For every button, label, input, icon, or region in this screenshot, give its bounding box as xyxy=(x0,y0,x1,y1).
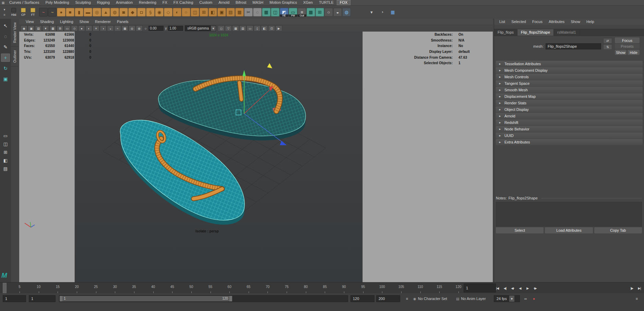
extrude-icon[interactable]: ▣ xyxy=(217,8,226,16)
multisample-icon[interactable]: ▩ xyxy=(121,25,128,31)
menu-fx[interactable]: FX xyxy=(159,0,170,5)
ae-menu-selected[interactable]: Selected xyxy=(508,19,529,25)
bookmarks-icon[interactable]: ▼ xyxy=(42,25,49,31)
target-weld-icon[interactable]: ◌ xyxy=(253,8,262,16)
image-plane-icon[interactable]: ▦ xyxy=(49,25,56,31)
panel-tab-render-view[interactable]: Render View xyxy=(11,19,19,47)
shadows-icon[interactable]: ◑ xyxy=(100,25,107,31)
section-mesh-component-display[interactable]: ►Mesh Component Display xyxy=(496,67,643,73)
playback-start-field[interactable] xyxy=(29,295,56,302)
current-time-field[interactable] xyxy=(464,284,496,292)
quad-draw-icon[interactable]: ▦ xyxy=(262,8,271,16)
menu-poly-modeling[interactable]: Poly Modeling xyxy=(42,0,72,5)
resolution-gate-icon[interactable]: ▯ xyxy=(254,25,261,31)
bevel-icon[interactable]: ▤ xyxy=(226,8,235,16)
playback-end-field[interactable] xyxy=(350,295,374,302)
section-uuid[interactable]: ►UUID xyxy=(496,133,643,139)
section-tessellation-attributes[interactable]: ►Tessellation Attributes xyxy=(496,61,643,67)
range-start-handle[interactable] xyxy=(60,296,62,301)
poly-cone-icon[interactable]: ▲ xyxy=(102,8,110,16)
dof-icon[interactable]: ◎ xyxy=(129,25,135,31)
wireframe-icon[interactable]: ◇ xyxy=(71,25,78,31)
range-end-handle[interactable] xyxy=(229,296,232,301)
poly-pipe-icon[interactable]: ◘ xyxy=(137,8,146,16)
play-backwards-button[interactable]: ◀ xyxy=(517,285,523,291)
focus-button[interactable]: Focus xyxy=(615,37,640,43)
menu-xgen[interactable]: XGen xyxy=(300,0,316,5)
viewport-menu-shading[interactable]: Shading xyxy=(37,19,57,25)
xray-icon[interactable]: ◻ xyxy=(218,25,225,31)
viewport-menu-show[interactable]: Show xyxy=(76,19,92,25)
camera-attributes-icon[interactable]: ▤ xyxy=(35,25,42,31)
nurbs-circle-icon[interactable]: ○ xyxy=(324,8,333,16)
current-frame-marker[interactable] xyxy=(3,283,7,293)
presets-button[interactable]: Presets xyxy=(615,44,640,49)
menu-mash[interactable]: MASH xyxy=(249,0,266,5)
section-displacement-map[interactable]: ►Displacement Map xyxy=(496,93,643,100)
copy-tab-button[interactable]: Copy Tab xyxy=(594,227,642,233)
ae-tab-flip-flops2shape[interactable]: Flip_flops2Shape xyxy=(517,29,554,36)
step-forward-key-button[interactable]: •▶ xyxy=(532,285,538,291)
menu-rigging[interactable]: Rigging xyxy=(94,0,113,5)
mirror-geometry-icon[interactable]: ◫ xyxy=(271,8,279,16)
paint-select-tool[interactable]: ✎ xyxy=(1,43,10,51)
hide-button[interactable]: Hide xyxy=(628,50,640,55)
motion-blur-icon[interactable]: ≈ xyxy=(114,25,121,31)
load-attributes-button[interactable]: Load Attributes xyxy=(545,227,593,233)
four-pane-layout-button[interactable]: ⊞ xyxy=(1,149,10,156)
rotate-tool[interactable]: ↻ xyxy=(1,64,10,72)
section-node-behavior[interactable]: ►Node Behavior xyxy=(496,126,643,132)
menu-grip-icon[interactable]: ▦ xyxy=(0,1,6,4)
separate-icon[interactable]: ◧ xyxy=(208,8,217,16)
time-slider[interactable]: 5101520253035404550556065707580859095100… xyxy=(0,282,644,293)
scale-tool[interactable]: ▣ xyxy=(1,75,10,83)
backface-culling-icon[interactable]: ▽ xyxy=(225,25,232,31)
pan-zoom-icon[interactable]: ⊞ xyxy=(57,25,63,31)
panel-tab-outliner[interactable]: Outliner xyxy=(11,47,19,67)
viewport-menu-view[interactable]: View xyxy=(23,19,37,25)
shelf-tab-ft[interactable]: FT xyxy=(29,8,37,16)
plane-projection-icon[interactable]: ▭PM xyxy=(289,8,297,16)
menu-fox[interactable]: FOX xyxy=(337,0,351,5)
sculpt-tool-icon[interactable]: ◐ xyxy=(173,8,181,16)
playback-range-inner[interactable]: 1 120 xyxy=(60,296,232,301)
viewport-menu-renderer[interactable]: Renderer xyxy=(92,19,114,25)
shelf-tab-hist[interactable]: Hist xyxy=(10,8,18,16)
shelf-overflow-icon[interactable]: ▾ xyxy=(367,8,376,16)
timeline-ticks[interactable]: 5101520253035404550556065707580859095100… xyxy=(0,283,461,293)
boolean-union-icon[interactable]: ◫ xyxy=(191,8,199,16)
bridge-icon[interactable]: ▦ xyxy=(235,8,244,16)
playback-options-icon[interactable]: ≡ xyxy=(404,296,410,301)
animation-preferences-icon[interactable]: ≡ xyxy=(634,296,640,301)
menu-bifrost[interactable]: Bifrost xyxy=(232,0,249,5)
single-pane-layout-button[interactable]: ▭ xyxy=(1,132,10,139)
mesh-name-field[interactable] xyxy=(546,43,601,49)
ae-menu-attributes[interactable]: Attributes xyxy=(546,19,568,25)
select-button[interactable]: Select xyxy=(496,227,544,233)
play-forwards-button[interactable]: ▶ xyxy=(524,285,531,291)
menu-fx-caching[interactable]: FX Caching xyxy=(170,0,196,5)
hypershade-persp-layout-button[interactable]: ▤ xyxy=(1,165,10,172)
ae-tab-rsmaterial1[interactable]: rsMaterial1 xyxy=(554,29,580,36)
section-extra-attributes[interactable]: ►Extra Attributes xyxy=(496,139,643,145)
anim-layer-menu[interactable]: ▤ No Anim Layer xyxy=(456,296,486,301)
two-pane-layout-button[interactable]: ◫ xyxy=(1,140,10,147)
section-redshift[interactable]: ►Redshift xyxy=(496,119,643,126)
playback-range-slider[interactable]: 1 120 xyxy=(59,295,348,302)
occlusion-icon[interactable]: ◒ xyxy=(107,25,114,31)
fps-select[interactable]: 24 fps ▾ xyxy=(494,295,520,302)
multi-cut-icon[interactable]: ✂ xyxy=(244,8,253,16)
textured-icon[interactable]: ◐ xyxy=(85,25,92,31)
input-connection-icon[interactable]: ⇄ xyxy=(603,38,612,44)
poly-soccer-ball-icon[interactable]: ◉ xyxy=(155,8,164,16)
snapshot-icon[interactable]: ⊡ xyxy=(268,25,275,31)
menu-custom[interactable]: Custom xyxy=(196,0,215,5)
lock-camera-icon[interactable]: ▣ xyxy=(28,25,35,31)
viewport-menu-lighting[interactable]: Lighting xyxy=(57,19,76,25)
view-transform-select[interactable]: sRGB gamma ▾ xyxy=(185,25,216,31)
shelf-tab-arrow-icon[interactable]: ▾ xyxy=(1,7,8,12)
lights-icon[interactable]: ☀ xyxy=(93,25,99,31)
shelf-tab-cp[interactable]: CP xyxy=(19,8,27,16)
poly-plane-icon[interactable]: ▬ xyxy=(84,8,92,16)
animation-start-field[interactable] xyxy=(3,295,26,302)
